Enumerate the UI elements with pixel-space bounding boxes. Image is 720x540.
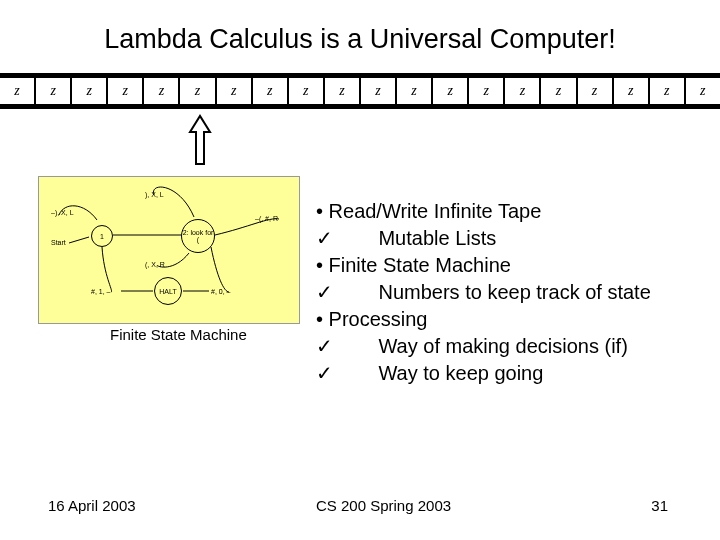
fsm-edges: [39, 177, 301, 325]
check-icon: ✓: [316, 360, 334, 387]
tape-cell: z: [614, 78, 650, 104]
bullet-2: ✓ Mutable Lists: [316, 225, 651, 252]
tape-cell: z: [72, 78, 108, 104]
tape-cell: z: [361, 78, 397, 104]
bullet-2-text: Mutable Lists: [334, 227, 496, 249]
tape-head-arrow: [182, 114, 218, 170]
tape-cell: z: [0, 78, 36, 104]
bullet-6: ✓ Way of making decisions (if): [316, 333, 651, 360]
tape-cell: z: [180, 78, 216, 104]
tape-cell: z: [433, 78, 469, 104]
bullet-7: ✓ Way to keep going: [316, 360, 651, 387]
tape-cell: z: [650, 78, 686, 104]
slide-title: Lambda Calculus is a Universal Computer!: [0, 0, 720, 73]
check-icon: ✓: [316, 279, 334, 306]
tape-cell: z: [578, 78, 614, 104]
bullet-6-text: Way of making decisions (if): [334, 335, 628, 357]
tape-cell: z: [36, 78, 72, 104]
bullet-4-text: Numbers to keep track of state: [334, 281, 651, 303]
fsm-diagram: –), X, L ), X, L (, X, R –(, #, R #, 1, …: [38, 176, 300, 324]
tape-cell: z: [325, 78, 361, 104]
bullet-3: • Finite State Machine: [316, 252, 651, 279]
tape-cell: z: [217, 78, 253, 104]
bullet-1: • Read/Write Infinite Tape: [316, 198, 651, 225]
tape-cell: z: [686, 78, 720, 104]
bullet-5: • Processing: [316, 306, 651, 333]
tape-cell: z: [541, 78, 577, 104]
footer-course: CS 200 Spring 2003: [316, 497, 451, 514]
fsm-caption: Finite State Machine: [110, 326, 247, 343]
check-icon: ✓: [316, 225, 334, 252]
tape-cell: z: [289, 78, 325, 104]
bullet-list: • Read/Write Infinite Tape ✓ Mutable Lis…: [316, 198, 651, 387]
bullet-7-text: Way to keep going: [334, 362, 543, 384]
footer-page: 31: [651, 497, 668, 514]
check-icon: ✓: [316, 333, 334, 360]
tape-cell: z: [253, 78, 289, 104]
tape-cell: z: [108, 78, 144, 104]
tape-cell: z: [397, 78, 433, 104]
bullet-4: ✓ Numbers to keep track of state: [316, 279, 651, 306]
tape-cell: z: [505, 78, 541, 104]
footer-date: 16 April 2003: [48, 497, 136, 514]
tape-cell: z: [144, 78, 180, 104]
tape-cell: z: [469, 78, 505, 104]
tape-container: zzzzzzzzzzzzzzzzzzzz: [0, 73, 720, 109]
tape: zzzzzzzzzzzzzzzzzzzz: [0, 78, 720, 104]
